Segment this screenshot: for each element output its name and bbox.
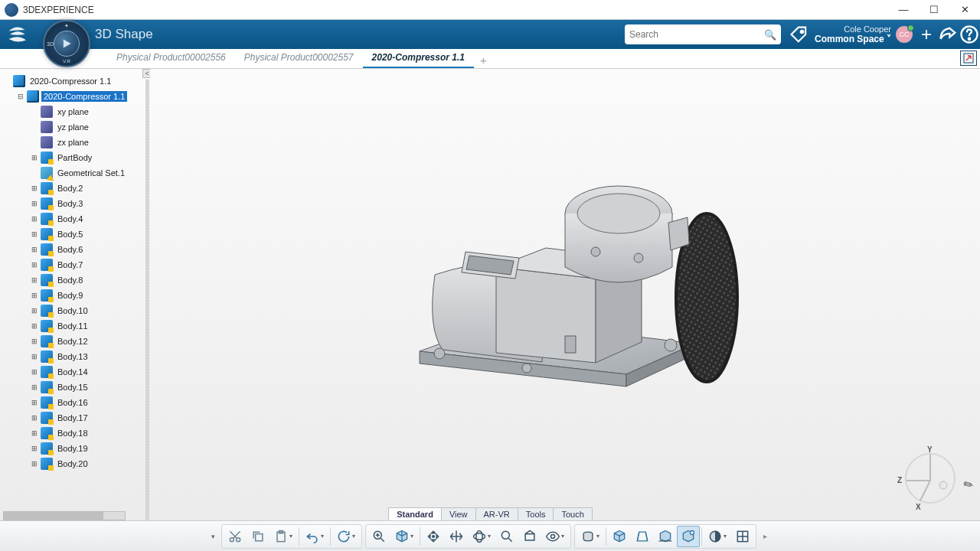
document-tab[interactable]: Physical Product00002557 [235,49,363,68]
expand-icon[interactable]: ⊞ [31,399,38,406]
collapse-panel-icon[interactable] [960,51,977,66]
compass-wheel[interactable]: ✦ V.R 3D [43,20,90,67]
collapse-icon[interactable]: ⊟ [17,93,24,100]
ambience-button[interactable] [677,526,700,547]
expand-icon[interactable]: ⊞ [31,307,38,315]
expand-icon[interactable]: ⊞ [31,154,38,161]
tree-collapse-arrow-icon[interactable]: < [142,69,150,78]
tree-node[interactable]: ⊞Body.19 [3,441,150,456]
tree-node[interactable]: ⊞Body.2 [3,181,150,196]
expand-icon[interactable]: ⊞ [31,261,38,269]
tree-node[interactable]: ⊞Body.18 [3,425,150,441]
tree-node[interactable]: ⊞Body.6 [3,242,150,257]
tree-node[interactable]: xy plane [3,104,150,119]
annotation-pen-icon[interactable]: ✎ [961,476,976,493]
axis-indicator[interactable]: Y Z X [897,445,963,511]
tree-node[interactable]: ⊞Body.13 [3,349,150,364]
tree-node[interactable]: ⊞Body.8 [3,272,150,288]
look-at-button[interactable] [518,526,541,547]
add-icon[interactable]: + [916,24,937,45]
grid-button[interactable] [731,526,754,547]
expand-icon[interactable]: ⊞ [31,215,38,223]
toolbar-tab[interactable]: Touch [553,507,592,520]
search-box[interactable]: 🔍 [625,24,781,44]
expand-icon[interactable]: ⊞ [31,246,38,253]
expand-icon[interactable]: ⊞ [31,276,38,284]
tree-resize-handle[interactable]: < [144,69,150,520]
toolbar-expand-icon[interactable]: ▾ [207,533,220,540]
toolbar-tab[interactable]: Standard [388,507,442,520]
expand-icon[interactable]: ⊞ [31,200,38,207]
share-icon[interactable] [937,24,959,45]
document-tab[interactable]: Physical Product00002556 [107,49,235,68]
tree-node[interactable]: ⊞Body.12 [3,334,150,349]
tree-node[interactable]: ⊞Body.9 [3,288,150,303]
toolbar-tab[interactable]: View [441,507,476,520]
display-mode-button[interactable]: ▾ [704,526,731,547]
tree-node[interactable]: ⊞Body.16 [3,395,150,410]
close-button[interactable]: ✕ [949,0,980,20]
zoom-button[interactable] [495,526,518,547]
3d-viewport[interactable]: Y Z X ✎ [150,69,980,520]
compass-play-icon[interactable] [54,31,80,57]
tree-node[interactable]: Geometrical Set.1 [3,165,150,181]
tree-node[interactable]: ⊞Body.15 [3,380,150,395]
tag-icon[interactable] [789,24,810,45]
expand-icon[interactable]: ⊞ [31,292,38,299]
perspective-view-button[interactable] [631,526,654,547]
tree-node[interactable]: ⊞Body.10 [3,303,150,318]
toolbar-more-icon[interactable]: ▸ [758,526,773,547]
expand-icon[interactable]: ⊞ [31,429,38,437]
ds-logo-icon[interactable] [3,21,31,48]
ground-button[interactable] [654,526,677,547]
expand-icon[interactable]: ⊞ [31,445,38,452]
help-icon[interactable] [959,24,980,45]
expand-icon[interactable]: ⊞ [31,184,38,192]
fit-all-button[interactable] [368,526,390,547]
toolbar-tab[interactable]: AR-VR [475,507,518,520]
tree-node[interactable]: zx plane [3,135,150,150]
paste-button[interactable]: ▾ [270,526,297,547]
expand-icon[interactable]: ⊞ [31,337,38,345]
document-tab[interactable]: 2020-Compressor 1.1 [363,49,474,68]
expand-icon[interactable]: ⊞ [31,460,38,468]
expand-icon[interactable]: ⊞ [31,353,38,360]
tree-node[interactable]: ⊞Body.14 [3,364,150,380]
tree-node[interactable]: ⊞PartBody [3,150,150,165]
tree-node[interactable]: ⊞Body.7 [3,257,150,272]
feature-tree[interactable]: 2020-Compressor 1.1⊟2020-Compressor 1.1x… [0,69,150,510]
expand-icon[interactable]: ⊞ [31,322,38,330]
isometric-view-button[interactable]: ▾ [390,526,418,547]
maximize-button[interactable]: ☐ [919,0,949,20]
add-tab-button[interactable]: + [474,52,493,68]
tree-node[interactable]: ⊞Body.3 [3,196,150,211]
tree-node[interactable]: ⊞Body.20 [3,456,150,471]
tree-node[interactable]: ⊞Body.17 [3,410,150,425]
visibility-button[interactable]: ▾ [541,526,569,547]
recenter-button[interactable] [422,526,445,547]
copy-button[interactable] [247,526,270,547]
parallel-view-button[interactable] [608,526,631,547]
user-block[interactable]: Cole Cooper Common Space ˅ [815,24,891,44]
undo-button[interactable]: ▾ [301,526,328,547]
minimize-button[interactable]: — [888,0,919,20]
render-style-button[interactable]: ▾ [577,526,604,547]
expand-icon[interactable]: ⊞ [31,414,38,422]
search-input[interactable] [629,29,764,40]
search-icon[interactable]: 🔍 [764,29,776,41]
update-button[interactable]: ▾ [332,526,360,547]
toolbar-tab[interactable]: Tools [518,507,554,520]
rotate-button[interactable]: ▾ [468,526,495,547]
cut-button[interactable] [224,526,247,547]
avatar[interactable]: CC [896,26,913,43]
tree-node[interactable]: ⊞Body.11 [3,318,150,334]
pan-button[interactable] [445,526,468,547]
tree-node[interactable]: 2020-Compressor 1.1 [3,73,150,89]
expand-icon[interactable]: ⊞ [31,368,38,376]
tree-node[interactable]: ⊞Body.4 [3,211,150,227]
expand-icon[interactable]: ⊞ [31,383,38,391]
tree-node[interactable]: ⊞Body.5 [3,227,150,242]
tree-node[interactable]: yz plane [3,119,150,135]
expand-icon[interactable]: ⊞ [31,230,38,238]
tree-node[interactable]: ⊟2020-Compressor 1.1 [3,89,150,104]
